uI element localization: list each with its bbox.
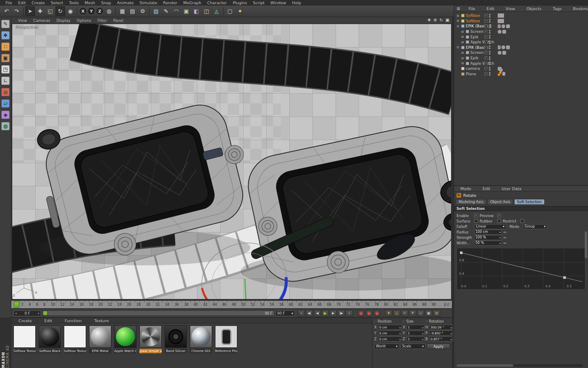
slider-arrows-icon[interactable]: ◂▸ xyxy=(503,236,507,239)
visibility-dots[interactable] xyxy=(489,67,491,71)
greenball-tag-icon[interactable] xyxy=(498,30,501,34)
position-input-y[interactable]: 0 cm◂▸ xyxy=(378,331,402,336)
numeric-field-radius[interactable]: 100 cm◂▸ xyxy=(474,230,502,235)
keyframe-selection-button[interactable]: ● xyxy=(373,310,381,317)
om-menu-tags[interactable]: Tags xyxy=(550,6,564,11)
spinner-icon[interactable]: ◂▸ xyxy=(422,338,423,341)
add-generator-button[interactable]: ◠ xyxy=(171,6,181,16)
chip-tag-icon[interactable] xyxy=(506,45,510,49)
mat-menu-texture[interactable]: Texture xyxy=(91,318,112,323)
om-menu-file[interactable]: File xyxy=(466,6,478,11)
position-input-z[interactable]: 0 cm◂▸ xyxy=(378,336,402,342)
material-thumbnail[interactable] xyxy=(215,326,237,348)
visibility-dots[interactable] xyxy=(489,72,491,76)
viewport-menu-view[interactable]: View xyxy=(18,19,27,23)
goto-start-button[interactable]: « xyxy=(298,310,305,317)
undo-button[interactable]: ↶ xyxy=(2,6,11,16)
visibility-dot-bottom[interactable] xyxy=(489,21,491,23)
menu-select[interactable]: Select xyxy=(48,0,66,5)
visibility-dots[interactable] xyxy=(489,30,491,34)
maximize-view-icon[interactable]: ▣ xyxy=(446,18,449,22)
om-menu-edit[interactable]: Edit xyxy=(483,6,497,11)
key-rotation-toggle[interactable]: ↻ xyxy=(401,310,408,317)
enable-checkbox[interactable]: ✓ xyxy=(484,56,488,60)
object-row[interactable]: Plane✓✓ xyxy=(454,71,588,77)
expander-icon[interactable]: ⊞ xyxy=(460,35,465,39)
panel-icon[interactable]: ▦ xyxy=(457,6,460,11)
cloner-tool-icon[interactable]: ∷ xyxy=(1,42,10,51)
visibility-dots[interactable] xyxy=(489,35,491,39)
render-picture-viewer-button[interactable]: ▤ xyxy=(128,6,137,16)
numeric-field-strength[interactable]: 100 %◂▸ xyxy=(474,235,502,240)
record-keyframe-button[interactable]: ● xyxy=(357,310,365,317)
rotation-input-h[interactable]: 300.09 °◂▸ xyxy=(429,325,453,330)
enable-checkbox[interactable]: ✓ xyxy=(484,30,488,33)
x-axis-lock[interactable]: X xyxy=(79,7,87,15)
material-thumbnail[interactable] xyxy=(39,326,61,348)
om-menu-objects[interactable]: Objects xyxy=(523,6,544,11)
add-modeling-button[interactable]: ▣ xyxy=(181,6,191,16)
visibility-dot-bottom[interactable] xyxy=(489,74,491,76)
chip-tag-icon[interactable] xyxy=(502,30,506,34)
menu-render[interactable]: Render xyxy=(160,0,180,5)
tab-modeling-axis[interactable]: Modeling Axis xyxy=(456,199,486,205)
spinner-icon[interactable]: ◂▸ xyxy=(399,326,401,329)
visibility-dots[interactable] xyxy=(489,45,491,49)
attr-menu-mode[interactable]: Mode xyxy=(457,186,474,191)
visibility-dot-bottom[interactable] xyxy=(489,53,491,55)
spinner-icon[interactable]: ◂▸ xyxy=(422,326,423,329)
falloff-curve[interactable]: 0.80.4 0.00.10.20.30.40.5 xyxy=(457,249,585,289)
visibility-dot-top[interactable] xyxy=(489,45,491,47)
viewport-camera-label[interactable]: Perspective xyxy=(15,25,39,29)
object-row[interactable]: camera✓ xyxy=(454,66,588,71)
enable-checkbox[interactable]: ✓ xyxy=(484,24,488,28)
expander-icon[interactable]: ⊟ xyxy=(456,24,460,28)
menu-character[interactable]: Character xyxy=(204,0,230,5)
timeline-ruler[interactable]: 0246810121416182022242628303234363840424… xyxy=(11,300,452,309)
material-item[interactable]: glass simple whi xyxy=(139,326,163,353)
attribute-scrollbar[interactable] xyxy=(585,231,587,258)
enable-checkbox[interactable]: ✓ xyxy=(484,46,488,49)
prev-frame-button[interactable]: ◀ xyxy=(314,310,321,317)
sphere-tool-icon[interactable]: ◍ xyxy=(1,122,10,130)
object-row[interactable]: ⊟EPIK (Basic).1✓✗ xyxy=(454,24,588,29)
enable-checkbox[interactable]: ✓ xyxy=(484,72,488,76)
visibility-dot-top[interactable] xyxy=(489,30,491,32)
torus-tool-icon[interactable]: ◎ xyxy=(1,88,10,96)
spinner-icon[interactable]: ◂▸ xyxy=(450,338,452,341)
visibility-dot-top[interactable] xyxy=(489,67,491,69)
object-row[interactable]: ⊞Softbox✓ xyxy=(454,13,588,19)
visibility-dots[interactable] xyxy=(489,40,491,44)
expander-icon[interactable]: ⊞ xyxy=(460,40,465,44)
visibility-dot-bottom[interactable] xyxy=(489,32,491,34)
cube-tool-icon[interactable]: ▣ xyxy=(1,54,10,62)
add-mograph-button[interactable]: ◬ xyxy=(212,6,221,16)
attr-menu-edit[interactable]: Edit xyxy=(480,186,493,191)
material-thumbnail[interactable] xyxy=(165,326,187,348)
position-input-x[interactable]: 0 cm◂▸ xyxy=(378,325,402,330)
checkbox-rubber[interactable] xyxy=(497,219,501,223)
menu-mograph[interactable]: MoGraph xyxy=(180,0,204,5)
visibility-dot-top[interactable] xyxy=(489,14,491,16)
object-row[interactable]: ⊞Epik✓ xyxy=(454,34,588,40)
visibility-dots[interactable] xyxy=(489,14,491,18)
spinner-icon[interactable]: ◂▸ xyxy=(450,326,452,329)
orbit-view-icon[interactable]: ↻ xyxy=(439,18,443,22)
visibility-dot-bottom[interactable] xyxy=(489,64,491,65)
orangechecker-tag-icon[interactable] xyxy=(498,72,501,76)
numeric-field-width[interactable]: 50 %◂▸ xyxy=(474,241,502,246)
coordinate-scale-dropdown[interactable]: Scale ▾ xyxy=(401,344,426,349)
material-thumbnail[interactable] xyxy=(64,326,86,348)
spinner-icon[interactable]: ◂▸ xyxy=(450,332,452,335)
checkbox-preview[interactable]: ✓ xyxy=(497,214,501,217)
material-item[interactable]: Apple Watch Gre xyxy=(114,326,137,353)
rotation-input-p[interactable]: -9.892 °◂▸ xyxy=(429,331,453,336)
visibility-dot-top[interactable] xyxy=(489,19,491,21)
enable-checkbox[interactable]: ✓ xyxy=(484,67,488,70)
chip-tag-icon[interactable] xyxy=(502,51,506,55)
menu-animate[interactable]: Animate xyxy=(114,0,137,5)
visibility-dot-top[interactable] xyxy=(489,72,491,74)
material-item[interactable]: Band Silicon xyxy=(165,326,188,353)
enable-checkbox[interactable]: ✓ xyxy=(484,35,488,39)
material-item[interactable]: Softbox Texture xyxy=(64,326,87,353)
